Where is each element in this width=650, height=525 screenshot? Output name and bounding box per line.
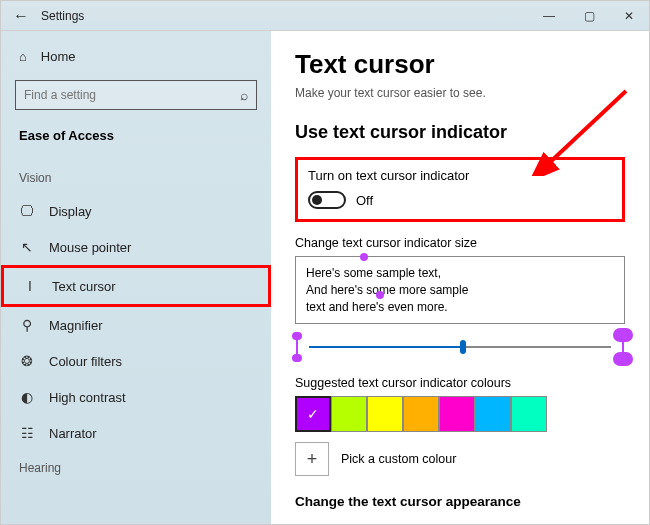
sidebar-home[interactable]: ⌂ Home xyxy=(1,41,271,72)
indicator-small-icon xyxy=(295,336,299,358)
group-hearing: Hearing xyxy=(1,451,271,483)
settings-window: ← Settings — ▢ ✕ ⌂ Home ⌕ Ease of Access… xyxy=(0,0,650,525)
colour-swatch[interactable] xyxy=(475,396,511,432)
sidebar-item-text-cursor[interactable]: IText cursor xyxy=(1,265,271,307)
colour-swatch[interactable] xyxy=(367,396,403,432)
sidebar-item-narrator[interactable]: ☷Narrator xyxy=(1,415,271,451)
colour-swatches: ✓ xyxy=(295,396,625,432)
sidebar-item-colour-filters[interactable]: ❂Colour filters xyxy=(1,343,271,379)
colour-swatch[interactable] xyxy=(439,396,475,432)
indicator-size-slider[interactable] xyxy=(309,346,611,348)
check-icon: ✓ xyxy=(307,406,319,422)
colour-swatch[interactable] xyxy=(331,396,367,432)
home-icon: ⌂ xyxy=(19,49,27,64)
sidebar-item-magnifier[interactable]: ⚲Magnifier xyxy=(1,307,271,343)
cursor-indicator-top2-icon xyxy=(376,291,384,299)
search-icon: ⌕ xyxy=(240,87,248,103)
toggle-label: Turn on text cursor indicator xyxy=(308,168,612,183)
titlebar: ← Settings — ▢ ✕ xyxy=(1,1,649,31)
maximize-button[interactable]: ▢ xyxy=(569,1,609,31)
sidebar-item-colour-filters-icon: ❂ xyxy=(19,353,35,369)
sidebar-item-label: Narrator xyxy=(49,426,97,441)
sidebar-item-mouse-pointer-icon: ↖ xyxy=(19,239,35,255)
sidebar-item-label: Magnifier xyxy=(49,318,102,333)
section-appearance-heading: Change the text cursor appearance xyxy=(295,494,625,509)
pick-custom-label: Pick a custom colour xyxy=(341,452,456,466)
indicator-large-icon xyxy=(621,332,625,362)
sidebar-item-display[interactable]: 🖵Display xyxy=(1,193,271,229)
sidebar-item-label: Mouse pointer xyxy=(49,240,131,255)
group-vision: Vision xyxy=(1,161,271,193)
sidebar-item-narrator-icon: ☷ xyxy=(19,425,35,441)
toggle-block: Turn on text cursor indicator Off xyxy=(295,157,625,222)
sidebar-home-label: Home xyxy=(41,49,76,64)
toggle-state: Off xyxy=(356,193,373,208)
back-button[interactable]: ← xyxy=(1,7,41,25)
colour-swatch[interactable]: ✓ xyxy=(295,396,331,432)
sidebar-item-magnifier-icon: ⚲ xyxy=(19,317,35,333)
sidebar-item-text-cursor-icon: I xyxy=(22,278,38,294)
sidebar-item-mouse-pointer[interactable]: ↖Mouse pointer xyxy=(1,229,271,265)
close-button[interactable]: ✕ xyxy=(609,1,649,31)
section-indicator-heading: Use text cursor indicator xyxy=(295,122,625,143)
cursor-indicator-top-icon xyxy=(360,253,368,261)
indicator-size-slider-row xyxy=(295,332,625,362)
pick-custom-colour-button[interactable]: + xyxy=(295,442,329,476)
content-pane: Text cursor Make your text cursor easier… xyxy=(271,31,649,524)
sidebar-item-display-icon: 🖵 xyxy=(19,203,35,219)
sidebar: ⌂ Home ⌕ Ease of Access Vision 🖵Display↖… xyxy=(1,31,271,524)
sidebar-item-label: Display xyxy=(49,204,92,219)
cursor-indicator-toggle[interactable] xyxy=(308,191,346,209)
sidebar-item-label: Colour filters xyxy=(49,354,122,369)
sample-text-box: Here's some sample text, And here's some… xyxy=(295,256,625,324)
sidebar-item-high-contrast[interactable]: ◐High contrast xyxy=(1,379,271,415)
app-title: Settings xyxy=(41,9,84,23)
search-box[interactable]: ⌕ xyxy=(15,80,257,110)
sidebar-item-label: High contrast xyxy=(49,390,126,405)
sidebar-category: Ease of Access xyxy=(1,124,271,161)
minimize-button[interactable]: — xyxy=(529,1,569,31)
sidebar-item-label: Text cursor xyxy=(52,279,116,294)
size-label: Change text cursor indicator size xyxy=(295,236,625,250)
colour-swatch[interactable] xyxy=(511,396,547,432)
sidebar-item-high-contrast-icon: ◐ xyxy=(19,389,35,405)
page-title: Text cursor xyxy=(295,49,625,80)
colour-swatch[interactable] xyxy=(403,396,439,432)
search-input[interactable] xyxy=(24,88,240,102)
page-subtitle: Make your text cursor easier to see. xyxy=(295,86,625,100)
colours-label: Suggested text cursor indicator colours xyxy=(295,376,625,390)
